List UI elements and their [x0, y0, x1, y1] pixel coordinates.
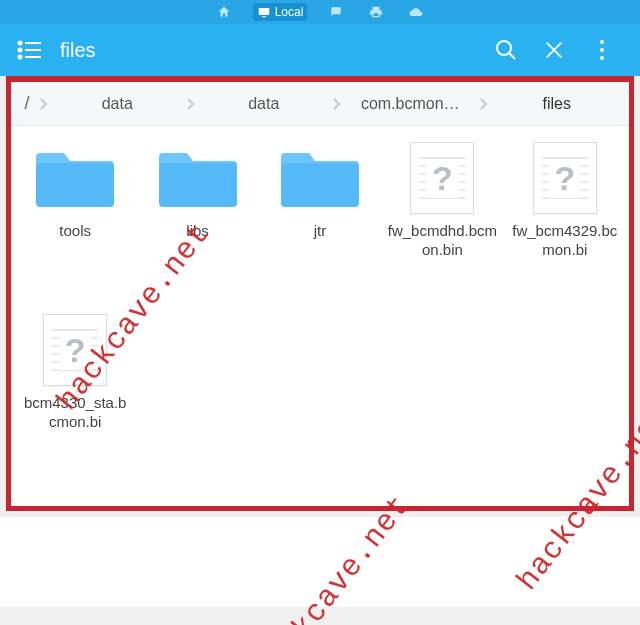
breadcrumb: / data data com.bcmon… files — [11, 82, 629, 126]
page-title: files — [60, 39, 96, 62]
folder-icon — [34, 142, 116, 214]
chevron-right-icon — [332, 97, 342, 111]
folder-item[interactable]: libs — [139, 142, 255, 294]
app-bar: files — [0, 24, 640, 76]
status-tab-label: Local — [275, 5, 304, 19]
highlighted-region: / data data com.bcmon… files tools — [6, 76, 634, 511]
svg-rect-0 — [258, 8, 269, 15]
svg-rect-15 — [36, 163, 114, 207]
file-item[interactable]: ? bcm4330_sta.bcmon.bi — [17, 314, 133, 466]
search-button[interactable] — [482, 38, 530, 62]
close-button[interactable] — [530, 39, 578, 61]
status-tab-home[interactable] — [213, 3, 235, 21]
status-tab-chat[interactable] — [325, 3, 347, 21]
item-label: fw_bcmdhd.bcmon.bin — [387, 222, 497, 260]
folder-icon — [279, 142, 361, 214]
item-label: jtr — [314, 222, 327, 260]
item-label: libs — [186, 222, 209, 260]
svg-rect-16 — [159, 163, 237, 207]
item-label: fw_bcm4329.bcmon.bi — [510, 222, 620, 260]
status-bar: Local — [0, 0, 640, 24]
menu-button[interactable] — [14, 40, 44, 60]
breadcrumb-segment[interactable]: com.bcmon… — [342, 95, 479, 113]
svg-point-14 — [600, 56, 604, 60]
unknown-file-icon: ? — [524, 142, 606, 214]
svg-point-2 — [19, 42, 22, 45]
file-grid: tools libs jtr ? fw_bcmdhd.bcmon.bin ? f… — [11, 126, 629, 506]
chevron-right-icon — [479, 97, 489, 111]
blank-area — [0, 517, 640, 607]
unknown-file-icon: ? — [34, 314, 116, 386]
chevron-right-icon — [186, 97, 196, 111]
chevron-right-icon — [39, 97, 49, 111]
folder-item[interactable]: tools — [17, 142, 133, 294]
svg-line-9 — [509, 53, 515, 59]
status-tab-cloud[interactable] — [405, 3, 427, 21]
breadcrumb-segment[interactable]: data — [49, 95, 186, 113]
breadcrumb-segment[interactable]: data — [196, 95, 333, 113]
svg-rect-1 — [262, 16, 266, 17]
folder-icon — [157, 142, 239, 214]
unknown-file-icon: ? — [401, 142, 483, 214]
file-item[interactable]: ? fw_bcm4329.bcmon.bi — [507, 142, 623, 294]
breadcrumb-segment-current: files — [489, 95, 626, 113]
breadcrumb-root[interactable]: / — [15, 93, 39, 114]
svg-rect-17 — [281, 163, 359, 207]
svg-point-8 — [497, 41, 511, 55]
svg-point-6 — [19, 56, 22, 59]
svg-point-12 — [600, 40, 604, 44]
status-tab-print[interactable] — [365, 3, 387, 21]
item-label: tools — [59, 222, 91, 260]
svg-point-4 — [19, 49, 22, 52]
folder-item[interactable]: jtr — [262, 142, 378, 294]
overflow-button[interactable] — [578, 39, 626, 61]
status-tab-local[interactable]: Local — [253, 3, 308, 21]
svg-point-13 — [600, 48, 604, 52]
item-label: bcm4330_sta.bcmon.bi — [20, 394, 130, 432]
file-item[interactable]: ? fw_bcmdhd.bcmon.bin — [384, 142, 500, 294]
